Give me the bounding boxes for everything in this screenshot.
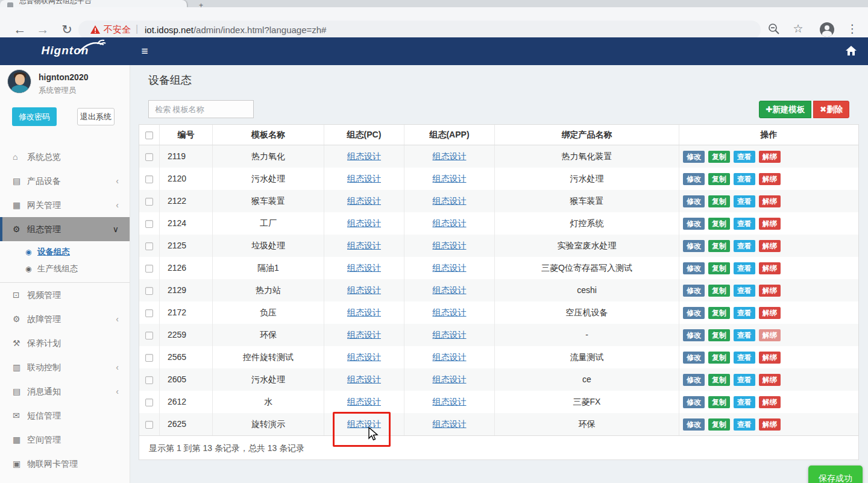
row-checkbox[interactable] — [145, 242, 153, 250]
app-design-link[interactable]: 组态设计 — [433, 174, 467, 183]
unbind-button[interactable]: 解绑 — [759, 329, 781, 341]
search-input[interactable] — [148, 100, 254, 118]
pc-design-link[interactable]: 组态设计 — [347, 263, 381, 273]
sidebar-item-5[interactable]: ⚙故障管理 ‹ — [0, 307, 130, 331]
pc-design-link[interactable]: 组态设计 — [347, 285, 381, 295]
row-checkbox[interactable] — [145, 265, 153, 273]
modify-button[interactable]: 修改 — [683, 285, 705, 297]
sidebar-item-11[interactable]: ▣物联网卡管理 — [0, 452, 130, 476]
row-checkbox[interactable] — [145, 287, 153, 295]
unbind-button[interactable]: 解绑 — [759, 151, 781, 163]
sidebar-item-9[interactable]: ✉短信管理 — [0, 403, 130, 428]
modify-button[interactable]: 修改 — [683, 396, 705, 408]
view-button[interactable]: 查看 — [734, 329, 755, 341]
pc-design-link[interactable]: 组态设计 — [347, 330, 381, 339]
copy-button[interactable]: 复制 — [708, 195, 730, 207]
unbind-button[interactable]: 解绑 — [759, 396, 781, 408]
copy-button[interactable]: 复制 — [708, 418, 730, 431]
app-design-link[interactable]: 组态设计 — [433, 419, 467, 429]
view-button[interactable]: 查看 — [734, 240, 755, 252]
pc-design-link[interactable]: 组态设计 — [347, 241, 381, 250]
select-all-checkbox[interactable] — [145, 131, 153, 139]
modify-button[interactable]: 修改 — [683, 262, 705, 274]
new-template-button[interactable]: ✚新建模板 — [759, 101, 811, 118]
sidebar-item-6[interactable]: ⚒保养计划 — [0, 331, 130, 355]
logo[interactable]: Hignton — [0, 37, 130, 65]
sidebar-item-12[interactable]: ▤知识分类 — [0, 476, 130, 483]
app-design-link[interactable]: 组态设计 — [433, 196, 467, 206]
unbind-button[interactable]: 解绑 — [759, 240, 781, 252]
unbind-button[interactable]: 解绑 — [759, 173, 781, 185]
app-design-link[interactable]: 组态设计 — [433, 151, 467, 161]
unbind-button[interactable]: 解绑 — [759, 285, 781, 297]
pc-design-link[interactable]: 组态设计 — [347, 196, 381, 206]
sidebar-item-7[interactable]: ▥联动控制 ‹ — [0, 355, 130, 379]
unbind-button[interactable]: 解绑 — [759, 262, 781, 274]
forward-icon[interactable]: → — [35, 22, 51, 37]
reload-icon[interactable]: ↻ — [59, 22, 75, 37]
copy-button[interactable]: 复制 — [708, 374, 730, 386]
copy-button[interactable]: 复制 — [708, 151, 730, 163]
row-checkbox[interactable] — [145, 332, 153, 339]
pc-design-link[interactable]: 组态设计 — [347, 397, 381, 406]
row-checkbox[interactable] — [145, 354, 153, 362]
pc-design-link[interactable]: 组态设计 — [347, 218, 381, 228]
pc-design-link[interactable]: 组态设计 — [347, 151, 381, 161]
app-design-link[interactable]: 组态设计 — [433, 263, 467, 273]
modify-button[interactable]: 修改 — [683, 240, 705, 252]
app-design-link[interactable]: 组态设计 — [433, 218, 467, 228]
bookmark-star-icon[interactable]: ☆ — [791, 22, 805, 36]
modify-button[interactable]: 修改 — [683, 374, 705, 386]
back-icon[interactable]: ← — [12, 22, 28, 37]
view-button[interactable]: 查看 — [734, 262, 755, 274]
user-avatar[interactable] — [7, 69, 31, 93]
sidebar-toggle-icon[interactable]: ≡ — [137, 43, 152, 60]
copy-button[interactable]: 复制 — [708, 240, 730, 252]
view-button[interactable]: 查看 — [734, 396, 755, 408]
home-icon[interactable] — [845, 45, 857, 57]
sidebar-item-8[interactable]: ▤消息通知 ‹ — [0, 379, 130, 403]
row-checkbox[interactable] — [145, 421, 153, 429]
sidebar-item-10[interactable]: ▦空间管理 — [0, 428, 130, 452]
app-design-link[interactable]: 组态设计 — [433, 374, 467, 384]
pc-design-link[interactable]: 组态设计 — [347, 352, 381, 362]
copy-button[interactable]: 复制 — [708, 352, 730, 364]
row-checkbox[interactable] — [145, 175, 153, 183]
sidebar-subitem[interactable]: ◉设备组态 — [0, 244, 130, 260]
unbind-button[interactable]: 解绑 — [759, 218, 781, 230]
modify-button[interactable]: 修改 — [683, 195, 705, 207]
sidebar-item-3[interactable]: ⚙组态管理 ∨ — [0, 217, 130, 241]
row-checkbox[interactable] — [145, 376, 153, 384]
address-bar[interactable]: 不安全 | iot.idosp.net/admin/index.html?lan… — [78, 21, 761, 39]
row-checkbox[interactable] — [145, 198, 153, 206]
view-button[interactable]: 查看 — [734, 418, 755, 431]
pc-design-link[interactable]: 组态设计 — [347, 308, 381, 317]
modify-button[interactable]: 修改 — [683, 329, 705, 341]
app-design-link[interactable]: 组态设计 — [433, 397, 467, 406]
copy-button[interactable]: 复制 — [708, 218, 730, 230]
delete-button[interactable]: ✖删除 — [813, 101, 849, 118]
zoom-out-icon[interactable] — [767, 23, 781, 35]
copy-button[interactable]: 复制 — [708, 262, 730, 274]
browser-tab[interactable]: 思普物联网云组态平台 — [0, 0, 187, 7]
sidebar-item-4[interactable]: ⊡视频管理 — [0, 283, 130, 307]
unbind-button[interactable]: 解绑 — [759, 307, 781, 319]
pc-design-link[interactable]: 组态设计 — [347, 174, 381, 183]
copy-button[interactable]: 复制 — [708, 396, 730, 408]
unbind-button[interactable]: 解绑 — [759, 374, 781, 386]
modify-button[interactable]: 修改 — [683, 218, 705, 230]
view-button[interactable]: 查看 — [734, 218, 755, 230]
copy-button[interactable]: 复制 — [708, 173, 730, 185]
row-checkbox[interactable] — [145, 153, 153, 161]
view-button[interactable]: 查看 — [734, 195, 755, 207]
copy-button[interactable]: 复制 — [708, 329, 730, 341]
modify-button[interactable]: 修改 — [683, 173, 705, 185]
modify-button[interactable]: 修改 — [683, 418, 705, 431]
view-button[interactable]: 查看 — [734, 285, 755, 297]
app-design-link[interactable]: 组态设计 — [433, 285, 467, 295]
app-design-link[interactable]: 组态设计 — [433, 352, 467, 362]
view-button[interactable]: 查看 — [734, 307, 755, 319]
modify-button[interactable]: 修改 — [683, 307, 705, 319]
change-password-button[interactable]: 修改密码 — [12, 107, 57, 126]
unbind-button[interactable]: 解绑 — [759, 418, 781, 431]
